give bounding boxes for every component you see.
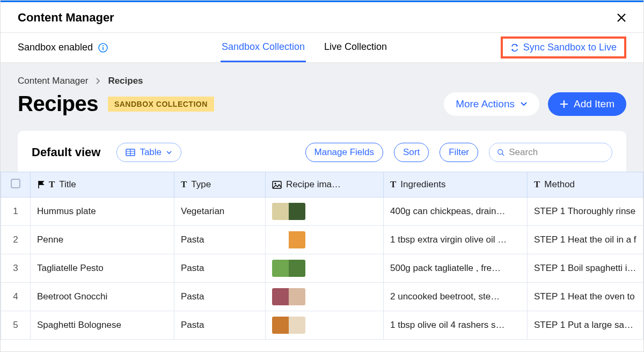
cell-title[interactable]: Penne: [31, 226, 174, 254]
cell-title[interactable]: Beetroot Gnocchi: [31, 283, 174, 311]
table-row[interactable]: 4Beetroot GnocchiPasta2 uncooked beetroo…: [1, 283, 643, 311]
row-number: 1: [1, 197, 31, 226]
close-button[interactable]: [617, 13, 626, 23]
column-header-type[interactable]: TType: [174, 172, 266, 197]
cell-title[interactable]: Hummus plate: [31, 197, 174, 226]
row-number: 4: [1, 283, 31, 311]
title-row: Recipes SANDBOX COLLECTION More Actions …: [18, 92, 626, 116]
chevron-down-icon: [520, 101, 528, 107]
text-type-icon: T: [534, 179, 540, 190]
recipe-thumbnail: [272, 260, 305, 277]
column-header-ingredients[interactable]: TIngredients: [384, 172, 528, 197]
breadcrumb: Content Manager Recipes: [18, 76, 626, 86]
chevron-down-icon: [166, 150, 172, 155]
cell-type[interactable]: Pasta: [174, 226, 266, 254]
cell-method[interactable]: STEP 1 Put a large sauce: [528, 311, 643, 340]
more-actions-button[interactable]: More Actions: [444, 92, 539, 116]
cell-ingredients[interactable]: 500g pack tagliatelle , fre…: [384, 254, 528, 283]
info-icon[interactable]: [98, 43, 108, 53]
svg-point-1: [103, 45, 104, 46]
cell-method[interactable]: STEP 1 Thoroughly rinse: [528, 197, 643, 226]
page-title: Recipes: [18, 92, 98, 116]
cell-title[interactable]: Tagliatelle Pesto: [31, 254, 174, 283]
svg-point-4: [498, 150, 503, 155]
tab-live-collection[interactable]: Live Collection: [323, 33, 388, 62]
page-body: Content Manager Recipes Recipes SANDBOX …: [1, 63, 643, 172]
cell-method[interactable]: STEP 1 Boil spaghetti in a: [528, 254, 643, 283]
add-item-label: Add Item: [574, 98, 614, 110]
recipe-thumbnail: [272, 231, 305, 248]
view-toolbar: Default view Table Manage Fields Sort Fi…: [32, 143, 612, 162]
text-type-icon: T: [390, 179, 396, 190]
cell-type[interactable]: Pasta: [174, 254, 266, 283]
column-header-title[interactable]: T Title: [31, 172, 174, 197]
collection-tabs: Sandbox Collection Live Collection: [221, 33, 388, 62]
view-type-dropdown[interactable]: Table: [116, 143, 181, 162]
image-icon: [272, 181, 282, 189]
data-table: T Title TType Recipe ima… TIngredients T…: [1, 172, 643, 340]
search-input[interactable]: [509, 147, 604, 158]
table-row[interactable]: 1Hummus plateVegetarian400g can chickpea…: [1, 197, 643, 226]
more-actions-label: More Actions: [456, 98, 515, 110]
cell-ingredients[interactable]: 2 uncooked beetroot, ste…: [384, 283, 528, 311]
sandbox-collection-badge: SANDBOX COLLECTION: [108, 97, 214, 112]
flag-icon: [37, 180, 45, 189]
chevron-right-icon: [96, 77, 100, 85]
cell-type[interactable]: Vegetarian: [174, 197, 266, 226]
cell-image[interactable]: [266, 283, 384, 311]
column-header-image[interactable]: Recipe ima…: [266, 172, 384, 197]
sync-icon: [510, 43, 519, 52]
cell-title[interactable]: Spaghetti Bolognese: [31, 311, 174, 340]
close-icon: [617, 13, 626, 23]
text-type-icon: T: [49, 179, 55, 190]
cell-type[interactable]: Pasta: [174, 283, 266, 311]
app-title: Content Manager: [18, 11, 114, 25]
view-type-label: Table: [140, 147, 162, 158]
cell-image[interactable]: [266, 226, 384, 254]
table-icon: [126, 149, 135, 156]
recipe-thumbnail: [272, 317, 305, 334]
sync-button-label: Sync Sandbox to Live: [523, 42, 617, 53]
cell-image[interactable]: [266, 254, 384, 283]
row-number: 3: [1, 254, 31, 283]
cell-ingredients[interactable]: 1 tbsp olive oil 4 rashers s…: [384, 311, 528, 340]
sync-highlight-box: Sync Sandbox to Live: [501, 36, 626, 58]
sort-button[interactable]: Sort: [394, 143, 429, 162]
column-header-method[interactable]: TMethod: [528, 172, 643, 197]
add-item-button[interactable]: Add Item: [548, 92, 626, 116]
cell-ingredients[interactable]: 400g can chickpeas, drain…: [384, 197, 528, 226]
table-header-row: T Title TType Recipe ima… TIngredients T…: [1, 172, 643, 197]
table-row[interactable]: 5Spaghetti BolognesePasta1 tbsp olive oi…: [1, 311, 643, 340]
sandbox-status: Sandbox enabled: [18, 42, 108, 53]
header-bar: Content Manager: [1, 2, 643, 33]
filter-button[interactable]: Filter: [440, 143, 478, 162]
recipe-thumbnail: [272, 203, 305, 220]
content-card: Default view Table Manage Fields Sort Fi…: [18, 131, 626, 172]
table-row[interactable]: 3Tagliatelle PestoPasta500g pack tagliat…: [1, 254, 643, 283]
text-type-icon: T: [181, 179, 187, 190]
table-row[interactable]: 2PennePasta1 tbsp extra virgin olive oil…: [1, 226, 643, 254]
cell-ingredients[interactable]: 1 tbsp extra virgin olive oil …: [384, 226, 528, 254]
breadcrumb-current: Recipes: [108, 76, 143, 86]
svg-point-6: [275, 182, 276, 184]
cell-image[interactable]: [266, 311, 384, 340]
cell-method[interactable]: STEP 1 Heat the oil in a f: [528, 226, 643, 254]
svg-rect-2: [103, 47, 104, 50]
cell-type[interactable]: Pasta: [174, 311, 266, 340]
sandbox-status-label: Sandbox enabled: [18, 42, 93, 53]
plus-icon: [560, 100, 568, 108]
cell-image[interactable]: [266, 197, 384, 226]
tab-sandbox-collection[interactable]: Sandbox Collection: [221, 33, 306, 62]
row-number: 5: [1, 311, 31, 340]
view-name: Default view: [32, 145, 100, 159]
checkbox-icon: [11, 179, 20, 188]
manage-fields-button[interactable]: Manage Fields: [305, 143, 384, 162]
subheader-bar: Sandbox enabled Sandbox Collection Live …: [1, 33, 643, 63]
row-number: 2: [1, 226, 31, 254]
search-field[interactable]: [489, 143, 612, 162]
select-all-header[interactable]: [1, 172, 31, 197]
breadcrumb-root[interactable]: Content Manager: [18, 76, 88, 86]
sync-sandbox-to-live-button[interactable]: Sync Sandbox to Live: [510, 42, 617, 53]
cell-method[interactable]: STEP 1 Heat the oven to: [528, 283, 643, 311]
search-icon: [497, 148, 504, 157]
